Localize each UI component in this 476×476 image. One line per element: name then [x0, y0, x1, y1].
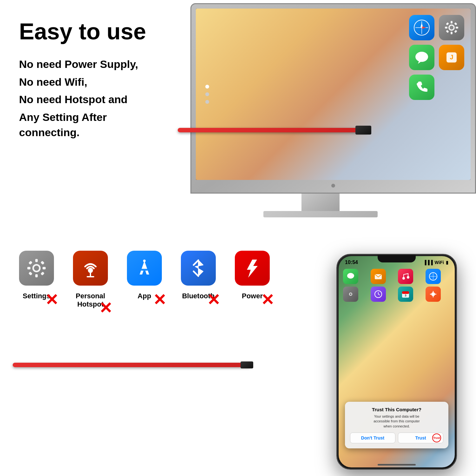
trust-label: Trust [415, 435, 426, 440]
svg-point-20 [34, 266, 39, 271]
dot-1 [205, 85, 209, 89]
x-mark-bluetooth: ✕ [207, 292, 221, 306]
trust-dialog-buttons: Don't Trust Trust Trust [350, 433, 443, 443]
svg-rect-10 [456, 27, 458, 29]
cable-bottom [13, 362, 251, 368]
svg-rect-48 [402, 291, 409, 294]
monitor-area: J [178, 0, 476, 238]
svg-text:J: J [450, 54, 453, 61]
dont-trust-button[interactable]: Don't Trust [350, 433, 395, 443]
imac-stand [301, 194, 340, 213]
svg-point-38 [407, 276, 409, 279]
svg-marker-4 [422, 26, 426, 29]
phone-status-bar: 10:54 ▐▐▐ WiFi ▮ [345, 259, 448, 266]
feature-item-4: Any Setting After connecting. [19, 110, 162, 140]
svg-rect-21 [35, 259, 38, 262]
cable-top [178, 117, 368, 143]
svg-point-43 [350, 293, 352, 295]
phone-photos-icon [426, 287, 441, 302]
trust-dialog-title: Trust This Computer? [350, 407, 443, 412]
svg-rect-26 [41, 261, 45, 265]
messages-icon [409, 45, 434, 70]
svg-point-6 [450, 26, 453, 30]
screen-icons-grid: J [409, 15, 464, 100]
svg-rect-8 [451, 32, 453, 34]
no-need-icons-row: ✕ Settings ✕ Personal Hotspot [0, 238, 222, 315]
svg-rect-13 [446, 30, 449, 33]
ios-wallpaper: J [196, 9, 471, 180]
icon-item-power: ✕ Power [235, 251, 270, 300]
bottom-section: ✕ Settings ✕ Personal Hotspot [0, 238, 476, 476]
text-panel: Easy to use No need Power Supply, No nee… [0, 0, 178, 238]
icon-item-settings: ✕ Settings [19, 251, 54, 300]
page-title: Easy to use [19, 19, 162, 44]
svg-rect-22 [35, 274, 38, 277]
appstore-app-icon [127, 251, 162, 286]
feature-item-1: No need Power Supply, [19, 57, 162, 72]
trust-dialog-body: Your settings and data will beaccessible… [350, 414, 443, 429]
imac-screen: J [196, 9, 471, 180]
phone-messages-icon [343, 269, 358, 284]
blank-icon [439, 75, 464, 100]
x-mark-hotspot: ✕ [99, 300, 113, 314]
phone-settings-icon [343, 287, 358, 302]
settings-mac-icon [439, 15, 464, 40]
icon-item-hotspot: ✕ Personal Hotspot [73, 251, 108, 308]
svg-rect-11 [446, 22, 449, 25]
phone-time: 10:54 [345, 260, 358, 265]
svg-rect-27 [29, 272, 33, 276]
svg-rect-28 [41, 272, 45, 276]
x-mark-settings: ✕ [45, 292, 59, 306]
bluetooth-app-icon [181, 251, 216, 286]
imac-frame: J [190, 3, 476, 194]
feature-item-2: No need Wifi, [19, 75, 162, 90]
svg-point-35 [347, 273, 354, 279]
wifi-status-icon: WiFi [435, 260, 444, 265]
phone-screen: 10:54 ▐▐▐ WiFi ▮ [339, 256, 455, 467]
cable-bottom-line [13, 363, 251, 367]
bottom-content: ✕ Settings ✕ Personal Hotspot [0, 238, 476, 476]
svg-point-37 [402, 277, 405, 280]
phone-clock-icon [371, 287, 386, 302]
phone-safari-icon [426, 269, 441, 284]
svg-rect-9 [445, 27, 447, 29]
svg-point-29 [88, 268, 93, 273]
phone-frame: 10:54 ▐▐▐ WiFi ▮ [336, 254, 457, 470]
settings-app-icon [19, 251, 54, 286]
trust-circle-indicator: Trust [432, 433, 441, 442]
svg-point-33 [143, 260, 146, 262]
camera-dot [331, 184, 335, 188]
top-section: Easy to use No need Power Supply, No nee… [0, 0, 476, 238]
cable-bottom-connector [241, 361, 253, 368]
power-label: Power [242, 292, 263, 300]
status-icons: ▐▐▐ WiFi ▮ [423, 260, 448, 265]
dot-3 [205, 100, 209, 104]
phone-calendar-icon: 3 [398, 287, 413, 302]
svg-rect-14 [454, 30, 457, 33]
svg-rect-7 [451, 21, 453, 23]
phone-area: 10:54 ▐▐▐ WiFi ▮ [336, 254, 457, 470]
x-mark-power: ✕ [261, 292, 275, 306]
phone-icon [409, 75, 434, 100]
trust-button[interactable]: Trust Trust [398, 433, 443, 443]
cable-top-line [178, 128, 368, 132]
x-mark-appstore: ✕ [153, 292, 167, 306]
imac-base [263, 211, 378, 217]
svg-rect-12 [454, 22, 457, 25]
icon-item-bluetooth: ✕ Bluetooth [181, 251, 216, 300]
cable-top-connector [355, 126, 371, 135]
svg-rect-25 [29, 261, 33, 265]
svg-rect-24 [43, 267, 46, 269]
svg-point-15 [415, 52, 428, 62]
hotspot-app-icon [73, 251, 108, 286]
power-app-icon [235, 251, 270, 286]
svg-marker-34 [247, 260, 258, 278]
trust-dialog: Trust This Computer? Your settings and d… [345, 402, 448, 448]
svg-rect-23 [27, 267, 30, 269]
icon-item-appstore: ✕ App [127, 251, 162, 300]
phone-icons-grid: 3 [342, 269, 452, 302]
signal-icon: ▐▐▐ [423, 260, 433, 265]
phone-music-icon [398, 269, 413, 284]
appstore-label: App [138, 292, 151, 300]
feature-list: No need Power Supply, No need Wifi, No n… [19, 57, 162, 140]
